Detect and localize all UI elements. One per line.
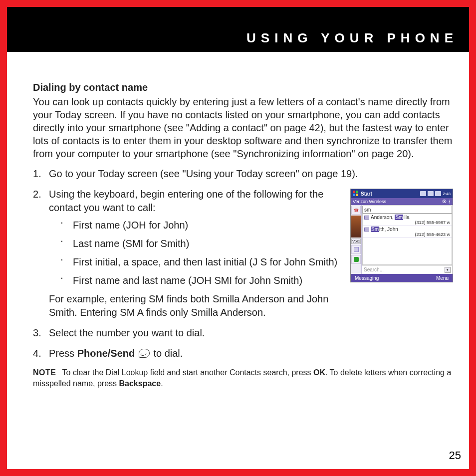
shot-start-label: Start — [361, 191, 372, 197]
shot-softkey-bar: Messaging Menu — [351, 274, 453, 282]
shot-titlebar: Start 2:48 — [351, 189, 453, 198]
search-row[interactable]: Search... ▾ — [362, 265, 452, 273]
step-2-text: Using the keyboard, begin entering one o… — [49, 189, 323, 213]
chapter-banner: USING YOUR PHONE — [7, 7, 469, 52]
svg-rect-3 — [356, 194, 358, 196]
step-2: Using the keyboard, begin entering one o… — [33, 188, 341, 319]
section-title: Dialing by contact name — [33, 82, 453, 93]
shot-carrier-bar: Verizon Wireless ⦿ ᚼ — [351, 198, 453, 205]
step-3: Select the number you want to dial. — [33, 326, 453, 340]
step-2-example: For example, entering SM finds both Smil… — [49, 292, 341, 319]
contact-name: Anderson, Smilla — [371, 215, 410, 220]
step-1: Go to your Today screen (see "Using your… — [33, 167, 453, 181]
phone-send-icon — [139, 349, 150, 358]
home-shortcut-icon — [351, 245, 361, 254]
step-3-text: Select the number you want to dial. — [49, 327, 205, 338]
manual-page: USING YOUR PHONE Dialing by contact name… — [0, 0, 476, 476]
content-area: Dialing by contact name You can look up … — [33, 62, 453, 459]
note-b2: Backspace — [119, 379, 161, 388]
voicemail-label: Voic — [351, 238, 361, 244]
contact-name: Smith, John — [371, 227, 398, 232]
contact-result-row[interactable]: Anderson, Smilla (312) 555-6987 w — [363, 214, 452, 226]
bullet-first-name: First name (JOH for John) — [61, 219, 341, 232]
shot-status-icons: 2:48 — [420, 191, 451, 196]
phone-app-icon: ☎ — [351, 206, 361, 215]
step-1-text: Go to your Today screen (see "Using your… — [49, 168, 358, 179]
contact-photo — [351, 216, 361, 238]
step-4-post: to dial. — [153, 348, 183, 359]
app-shortcut-icon — [351, 255, 361, 264]
contact-card-icon — [364, 216, 369, 220]
step-4: Press Phone/Send to dial. — [33, 347, 453, 360]
note-t3: . — [161, 379, 163, 388]
signal-icon — [428, 191, 434, 196]
step2-row: Using the keyboard, begin entering one o… — [33, 188, 453, 326]
chapter-title: USING YOUR PHONE — [246, 30, 458, 46]
contact-results-list: Anderson, Smilla (312) 555-6987 w Smith,… — [362, 214, 452, 265]
contact-card-icon — [364, 228, 369, 232]
contact-result-row[interactable]: Smith, John (212) 555-4623 w — [363, 226, 452, 238]
dropdown-icon[interactable]: ▾ — [445, 267, 451, 273]
bullet-last-name: Last name (SMI for Smith) — [61, 237, 341, 250]
softkey-right[interactable]: Menu — [436, 275, 449, 281]
note-b1: OK — [313, 368, 325, 377]
svg-rect-2 — [353, 194, 355, 196]
dial-lookup-input[interactable]: sm — [362, 206, 452, 214]
battery-icon — [435, 191, 441, 196]
bluetooth-icon: ᚼ — [448, 199, 451, 204]
note-label: NOTE — [33, 368, 56, 377]
shot-carrier: Verizon Wireless — [353, 199, 386, 204]
shot-left-sidebar: ☎ Voic — [351, 205, 362, 274]
search-placeholder: Search... — [364, 267, 384, 272]
shot-clock: 2:48 — [443, 192, 451, 196]
note-block: NOTE To clear the Dial Lookup field and … — [33, 367, 453, 389]
contact-number: (312) 555-6987 w — [364, 220, 450, 225]
note-t1: To clear the Dial Lookup field and start… — [62, 368, 313, 377]
softkey-left[interactable]: Messaging — [355, 275, 379, 281]
page-number: 25 — [449, 449, 461, 462]
svg-rect-0 — [353, 191, 355, 193]
dial-lookup-value: sm — [364, 207, 371, 213]
phone-screenshot: Start 2:48 Verizon Wireless ⦿ ᚼ — [350, 189, 453, 282]
nav-left-icon: ⦿ — [442, 199, 447, 204]
step-4-pre: Press — [49, 348, 77, 359]
section-intro: You can look up contacts quickly by ente… — [33, 95, 453, 160]
step-2-bullets: First name (JOH for John) Last name (SMI… — [61, 219, 341, 287]
steps-list: Go to your Today screen (see "Using your… — [33, 167, 453, 181]
svg-rect-1 — [356, 191, 358, 193]
ev-icon — [420, 191, 426, 196]
bullet-initials: First initial, a space, and then last in… — [61, 255, 341, 269]
windows-flag-icon — [353, 191, 359, 197]
step-4-bold: Phone/Send — [77, 348, 135, 359]
bullet-first-last: First name and last name (JOH SMI for Jo… — [61, 274, 341, 287]
contact-number: (212) 555-4623 w — [364, 232, 450, 237]
